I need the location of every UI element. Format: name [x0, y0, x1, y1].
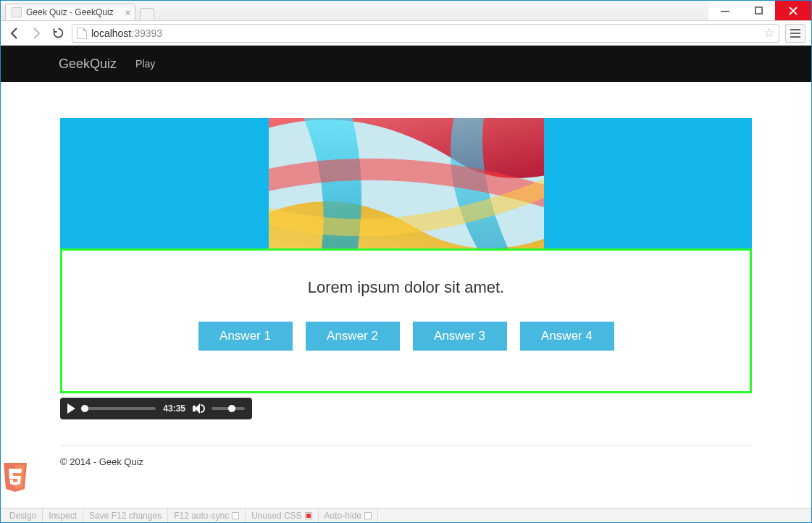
media-time: 43:35 — [163, 403, 185, 414]
question-text: Lorem ipsum dolor sit amet. — [308, 278, 504, 297]
tab-title: Geek Quiz - GeekQuiz — [26, 7, 114, 17]
titlebar: Geek Quiz - GeekQuiz × — — [1, 1, 811, 21]
answer-button-4[interactable]: Answer 4 — [520, 322, 614, 351]
seek-thumb[interactable] — [81, 405, 88, 412]
nav-link-play[interactable]: Play — [135, 58, 155, 70]
page-icon — [77, 28, 87, 39]
answer-button-3[interactable]: Answer 3 — [413, 322, 507, 351]
browser-menu-button[interactable] — [785, 24, 805, 43]
hamburger-icon — [790, 33, 800, 34]
tab-close-button[interactable]: × — [125, 8, 130, 17]
checkbox-icon — [364, 512, 372, 519]
bookmark-star-icon[interactable]: ☆ — [763, 25, 774, 41]
reload-button[interactable] — [50, 25, 66, 41]
site-brand[interactable]: GeekQuiz — [59, 57, 117, 72]
status-save-f12[interactable]: Save F12 changes — [83, 509, 168, 522]
volume-icon[interactable] — [193, 403, 204, 414]
new-tab-button[interactable] — [140, 8, 154, 20]
volume-thumb[interactable] — [228, 405, 235, 412]
html5-shield-icon — [1, 461, 30, 493]
address-bar[interactable]: localhost:39393 ☆ — [72, 24, 779, 43]
status-f12-autosync[interactable]: F12 auto-sync — [168, 509, 246, 522]
svg-rect-0 — [755, 7, 761, 14]
browser-tab[interactable]: Geek Quiz - GeekQuiz × — [5, 4, 135, 20]
checkbox-icon — [305, 512, 312, 519]
quiz-card: Lorem ipsum dolor sit amet. Answer 1 Ans… — [60, 248, 752, 393]
status-inspect[interactable]: Inspect — [43, 509, 83, 522]
hero-artwork — [269, 118, 544, 248]
window-maximize-button[interactable] — [742, 1, 775, 20]
answer-button-1[interactable]: Answer 1 — [198, 322, 293, 351]
media-control-bar: 43:35 — [60, 398, 252, 419]
answer-row: Answer 1 Answer 2 Answer 3 Answer 4 — [198, 322, 614, 351]
status-unused-css[interactable]: Unused CSS — [246, 509, 318, 522]
url-path: :39393 — [131, 28, 162, 39]
tab-strip: Geek Quiz - GeekQuiz × — [1, 1, 708, 20]
footer-copyright: © 2014 - Geek Quiz — [60, 446, 752, 485]
browser-window: Geek Quiz - GeekQuiz × — — [0, 0, 812, 523]
answer-button-2[interactable]: Answer 2 — [306, 322, 400, 351]
page-body: Lorem ipsum dolor sit amet. Answer 1 Ans… — [60, 118, 752, 485]
browser-toolbar: localhost:39393 ☆ — [1, 21, 811, 46]
hero-banner — [60, 118, 752, 248]
page-viewport: GeekQuiz Play — [1, 46, 811, 508]
back-button[interactable] — [7, 25, 22, 41]
site-navbar: GeekQuiz Play — [1, 46, 811, 82]
favicon — [12, 7, 22, 17]
url-host: localhost — [91, 28, 131, 39]
volume-slider[interactable] — [212, 407, 245, 410]
play-button[interactable] — [67, 403, 75, 414]
checkbox-icon — [232, 512, 239, 519]
status-auto-hide[interactable]: Auto-hide — [319, 509, 378, 522]
window-controls: — — [708, 1, 811, 20]
seek-slider[interactable] — [83, 407, 156, 410]
window-close-button[interactable] — [775, 1, 811, 20]
dev-status-bar: Design Inspect Save F12 changes F12 auto… — [1, 508, 811, 522]
status-design[interactable]: Design — [4, 509, 43, 522]
window-minimize-button[interactable]: — — [708, 1, 742, 20]
url-text: localhost:39393 — [91, 28, 759, 39]
forward-button[interactable] — [28, 25, 44, 41]
